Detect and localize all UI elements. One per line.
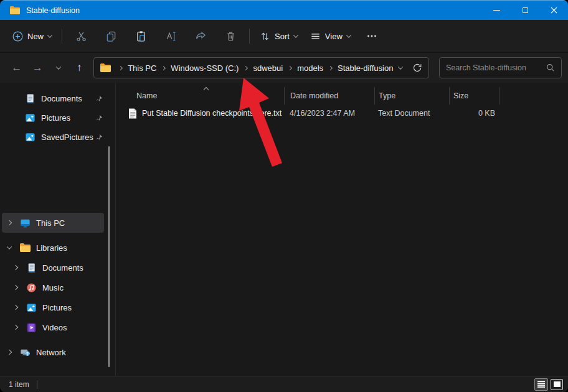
pin-icon [95,114,103,122]
delete-button[interactable] [215,25,245,47]
pictures-icon [25,113,36,123]
close-icon [551,7,557,14]
sort-button-label: Sort [275,32,290,41]
breadcrumb-models[interactable]: models [295,62,326,74]
address-bar[interactable]: This PC Windows-SSD (C:) sdwebui models … [93,57,429,78]
breadcrumb-this-pc[interactable]: This PC [125,62,159,74]
pictures-icon [26,302,37,313]
maximize-button[interactable] [511,1,539,20]
pin-icon [95,134,103,141]
folder-icon [10,6,20,14]
sort-button[interactable]: Sort [253,27,304,46]
document-icon [25,93,36,104]
text-file-icon [128,108,137,119]
new-button[interactable]: New [6,27,58,46]
new-button-label: New [27,32,44,41]
breadcrumb-sdwebui[interactable]: sdwebui [250,62,285,74]
sidebar-item-pictures[interactable]: Pictures [0,297,115,317]
file-explorer-window: Stable-diffusion New [0,0,568,392]
sidebar-item-label: Music [42,283,64,292]
sidebar-item-documents[interactable]: Documents [0,258,115,278]
cut-button[interactable] [66,25,96,47]
sidebar-item-label: Libraries [36,243,67,253]
music-icon [26,282,37,293]
sidebar-item-videos[interactable]: Videos [0,317,115,337]
more-options-button[interactable] [357,25,387,47]
view-button[interactable]: View [304,27,357,46]
column-header-date-modified[interactable]: Date modified [284,87,374,105]
file-size: 0 KB [449,105,499,122]
view-icon [310,31,321,42]
file-list-pane: Name Date modified Type Size Put Stable … [116,83,568,376]
chevron-right-icon[interactable] [14,266,26,269]
chevron-down-icon [346,32,351,37]
copy-icon [105,30,117,42]
sidebar-item-label: SavedPictures [41,133,93,142]
up-button[interactable]: ↑ [69,57,90,78]
column-separator [499,87,499,105]
sidebar-item-music[interactable]: Music [0,278,115,297]
document-icon [26,263,37,273]
search-box[interactable] [439,57,562,78]
file-date-modified: 4/16/2023 2:47 AM [284,105,374,122]
sidebar-item-network[interactable]: Network [0,342,115,362]
breadcrumb-separator-icon [244,67,247,70]
paste-icon [135,30,147,42]
column-header-type[interactable]: Type [374,87,449,105]
sidebar-item-documents-pinned[interactable]: Documents [0,89,115,108]
toolbar-separator [62,29,62,44]
chevron-down-icon[interactable] [7,246,20,250]
recent-locations-button[interactable] [48,57,69,78]
close-button[interactable] [539,1,568,20]
sidebar-item-libraries[interactable]: Libraries [0,238,115,258]
monitor-icon [20,218,31,228]
back-button[interactable]: ← [6,57,27,78]
address-row: ← → ↑ This PC Windows-SSD (C:) sdwebui m… [0,53,568,83]
forward-button[interactable]: → [27,57,49,78]
status-bar: 1 item [0,376,568,392]
cut-icon [75,30,87,42]
file-row[interactable]: Put Stable Diffusion checkpoints here.tx… [128,105,568,122]
sidebar-item-pictures-pinned[interactable]: Pictures [0,108,115,128]
minimize-icon [493,10,500,11]
toolbar-separator [249,29,250,44]
file-type: Text Document [374,105,449,122]
address-dropdown-icon[interactable] [398,64,403,69]
rename-button[interactable] [156,25,186,47]
chevron-right-icon[interactable] [14,306,26,309]
sidebar-item-savedpictures-pinned[interactable]: SavedPictures [0,128,115,147]
search-icon [546,63,555,72]
paste-button[interactable] [126,25,156,47]
view-button-label: View [325,32,343,41]
large-icons-view-icon [554,381,561,387]
column-header-name[interactable]: Name [128,87,284,105]
search-input[interactable] [446,63,546,72]
titlebar: Stable-diffusion [0,0,568,20]
back-icon: ← [11,62,22,74]
column-header-size[interactable]: Size [449,87,499,105]
chevron-right-icon[interactable] [7,221,20,225]
chevron-down-icon [56,64,61,69]
minimize-button[interactable] [482,1,511,20]
details-view-icon [537,381,545,388]
breadcrumb-windows-ssd[interactable]: Windows-SSD (C:) [168,62,241,74]
copy-button[interactable] [96,25,126,47]
network-icon [20,347,31,358]
share-button[interactable] [186,25,215,47]
large-icons-view-toggle[interactable] [551,379,563,390]
chevron-down-icon [47,32,52,37]
sidebar-scrollbar[interactable] [108,146,110,367]
chevron-right-icon[interactable] [7,350,20,354]
breadcrumb-separator-icon [329,67,332,70]
chevron-right-icon[interactable] [14,286,26,289]
sidebar-item-label: Documents [41,94,82,103]
sidebar-item-this-pc[interactable]: This PC [2,213,104,233]
folder-icon [100,63,111,72]
details-view-toggle[interactable] [534,378,548,391]
sort-ascending-icon [204,87,209,92]
breadcrumb-separator-icon [119,67,122,70]
chevron-right-icon[interactable] [14,325,26,329]
breadcrumb-stable-diffusion[interactable]: Stable-diffusion [335,62,395,74]
window-title: Stable-diffusion [26,6,80,15]
refresh-icon[interactable] [412,63,422,73]
